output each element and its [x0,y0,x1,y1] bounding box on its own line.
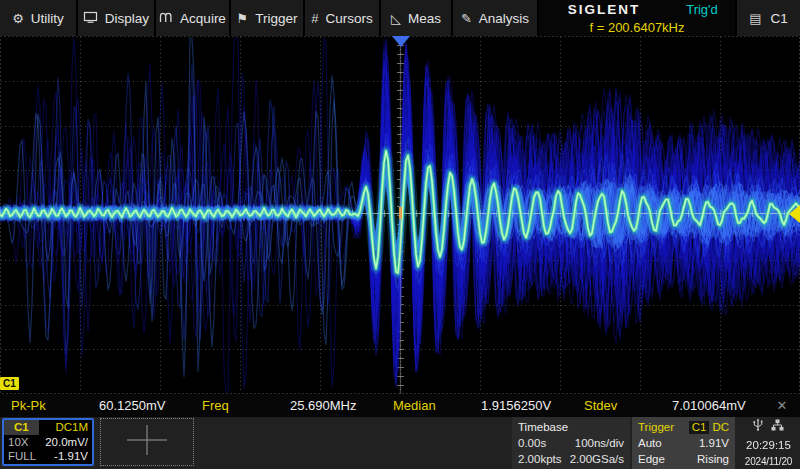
waveform-display[interactable] [0,36,800,394]
channel-scale: 20.0mV/ [45,436,88,448]
channel-descriptor-c1[interactable]: C1 DC1M 10X 20.0mV/ FULL -1.91V [2,418,94,466]
trigger-position-marker[interactable] [392,36,410,47]
measurement-freq[interactable]: Freq 25.690MHz [191,394,382,417]
measurement-median[interactable]: Median 1.9156250V [382,394,573,417]
measurement-value: 1.9156250V [481,398,551,413]
timebase-title: Timebase [518,420,568,434]
menu-item-display[interactable]: Display [78,0,154,36]
menu-item-label: Trigger [255,11,297,26]
measurement-pkpk[interactable]: Pk-Pk 60.1250mV [0,394,191,417]
frequency-counter: f = 200.6407kHz [589,20,684,35]
plus-crosshair-icon [124,423,170,461]
menu-item-acquire[interactable]: Acquire [156,0,229,36]
channel-probe: 10X [8,436,28,448]
channel-offset-marker[interactable]: C1 [0,377,19,390]
trigger-title: Trigger [638,420,674,434]
menu-item-label: Display [105,11,149,26]
measurement-label: Median [382,398,481,413]
menu-item-cursors[interactable]: # Cursors [305,0,379,36]
channel-list-icon: ▤ [749,11,761,26]
active-channel-label: C1 [771,11,788,26]
add-channel-slot[interactable] [100,418,194,466]
timebase-delay: 0.00s [518,436,546,450]
close-icon[interactable]: ✕ [764,398,800,413]
trigger-type: Edge [638,452,665,466]
menu-item-label: Meas [408,11,441,26]
channel-bandwidth: FULL [8,450,36,462]
menu-item-trigger[interactable]: ⚑ Trigger [231,0,303,36]
timebase-scale: 100ns/div [575,436,624,450]
cursors-icon: # [311,12,318,25]
display-icon [83,10,98,26]
trigger-slope: Rising [697,452,729,466]
measurement-label: Freq [191,398,290,413]
menu-item-label: Acquire [180,11,226,26]
menu-item-utility[interactable]: ⚙ Utility [0,0,76,36]
trigger-source: C1 [689,421,710,434]
clock-panel: 20:29:15 2024/11/20 [737,417,800,469]
channel-coupling: DC1M [55,421,92,433]
clock-date: 2024/11/20 [745,456,792,467]
clock-time: 20:29:15 [746,439,791,451]
active-channel-chip[interactable]: ▤ C1 [737,0,800,36]
channel-name: C1 [4,420,39,435]
lan-icon [771,417,784,435]
meas-icon: ◺ [391,12,401,25]
trigger-status: Trig'd [669,2,735,17]
gear-icon: ⚙ [12,12,24,25]
measurement-label: Pk-Pk [0,398,99,413]
menu-item-analysis[interactable]: ✎ Analysis [453,0,537,36]
trigger-mode: Auto [638,436,662,450]
oscilloscope-screen: ⚙ Utility Display Acquire ⚑ Trigger # Cu… [0,0,800,469]
menu-item-label: Utility [31,11,64,26]
trigger-panel[interactable]: Trigger C1 DC Auto 1.91V Edge Rising [632,417,735,469]
brand-logo: SIGLENT [539,2,669,17]
measurement-bar: Pk-Pk 60.1250mV Freq 25.690MHz Median 1.… [0,394,800,417]
acquire-icon [159,10,173,26]
menu-item-meas[interactable]: ◺ Meas [381,0,451,36]
menu-item-label: Cursors [325,11,372,26]
timebase-memory: 2.00kpts [518,452,561,466]
menu-item-label: Analysis [479,11,529,26]
measurement-value: 25.690MHz [290,398,356,413]
status-bar: C1 DC1M 10X 20.0mV/ FULL -1.91V Timebase… [0,417,800,469]
timebase-panel[interactable]: Timebase 0.00s 100ns/div 2.00kpts 2.00GS… [512,417,630,469]
trigger-coupling: DC [712,420,729,434]
analysis-icon: ✎ [461,12,472,25]
measurement-value: 60.1250mV [99,398,166,413]
trigger-icon: ⚑ [237,12,249,25]
status-cluster: SIGLENT Trig'd f = 200.6407kHz [539,0,735,36]
usb-icon [753,417,763,435]
channel-offset: -1.91V [54,450,88,462]
measurement-stdev[interactable]: Stdev 7.010064mV [573,394,764,417]
measurement-value: 7.010064mV [672,398,746,413]
trigger-level-marker[interactable] [789,205,800,223]
trigger-level: 1.91V [699,436,729,450]
measurement-label: Stdev [573,398,672,413]
timebase-sample-rate: 2.00GSa/s [570,452,624,466]
menu-bar: ⚙ Utility Display Acquire ⚑ Trigger # Cu… [0,0,800,36]
